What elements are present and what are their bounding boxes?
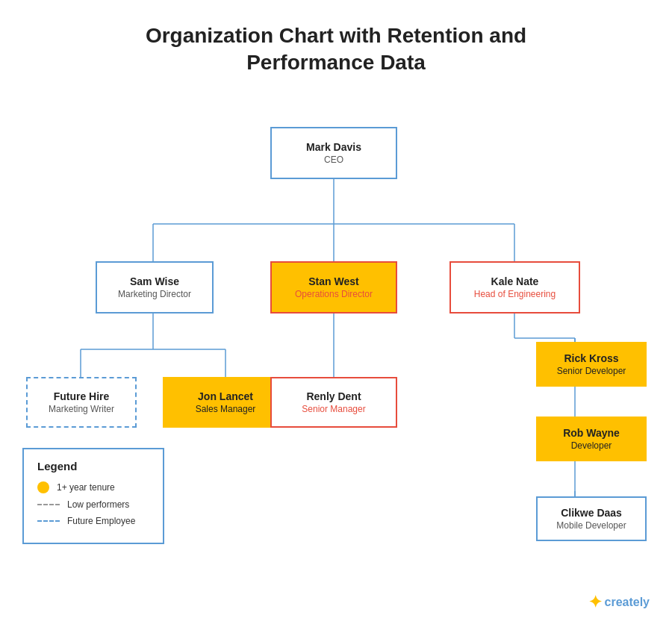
node-rob-wayne: Rob Wayne Developer (536, 417, 647, 461)
node-kale-nate: Kale Nate Head of Engineering (449, 261, 580, 314)
legend-grey-dashed-icon (37, 504, 60, 505)
legend-item-future-employee: Future Employee (37, 516, 149, 526)
node-jon-lancet: Jon Lancet Sales Manager (163, 377, 288, 428)
node-sam-wise: Sam Wise Marketing Director (96, 261, 214, 314)
logo-text: creately (605, 596, 650, 609)
legend-item-low-performers: Low performers (37, 499, 149, 510)
node-future-hire: Future Hire Marketing Writer (26, 377, 137, 428)
node-mark-davis: Mark Davis CEO (270, 127, 397, 179)
legend-circle-icon (37, 481, 49, 493)
legend-title: Legend (37, 460, 149, 472)
sun-icon: ✦ (588, 593, 602, 612)
creately-logo: ✦ creately (588, 593, 650, 612)
node-rick-kross: Rick Kross Senior Developer (536, 342, 647, 387)
node-renly-dent: Renly Dent Senior Manager (270, 377, 397, 428)
chart-container: Organization Chart with Retention andPer… (0, 0, 672, 627)
chart-title: Organization Chart with Retention andPer… (0, 0, 672, 92)
node-clikwe-daas: Clikwe Daas Mobile Developer (536, 496, 647, 541)
node-stan-west: Stan West Operations Director (270, 261, 397, 314)
legend-blue-dashed-icon (37, 520, 60, 522)
legend-item-tenure: 1+ year tenure (37, 481, 149, 493)
legend: Legend 1+ year tenure Low performers Fut… (22, 448, 164, 544)
